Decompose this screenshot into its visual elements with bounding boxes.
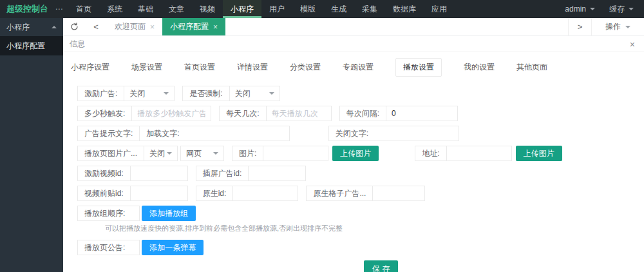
daily-times-input[interactable] — [267, 106, 331, 121]
native-id-label: 原生id: — [196, 186, 233, 200]
save-button[interactable]: 保 存 — [364, 260, 398, 272]
chevron-left-icon: < — [93, 22, 99, 32]
trigger-seconds-group: 多少秒触发: — [77, 106, 211, 121]
tab-miniprogram-settings[interactable]: 小程序设置 — [71, 59, 109, 76]
nav-item-template[interactable]: 模版 — [292, 0, 323, 18]
cache-label: 缓存 — [609, 4, 625, 15]
reward-video-id-label: 激励视频id: — [78, 166, 130, 180]
interstitial-id-field — [248, 166, 305, 180]
upload-image-button-2[interactable]: 上传图片 — [516, 146, 562, 161]
tab-play-settings[interactable]: 播放设置 — [395, 58, 442, 77]
nav-item-basic[interactable]: 基础 — [130, 0, 161, 18]
loading-text-field — [186, 126, 289, 141]
force-select[interactable]: 关闭 — [229, 86, 279, 101]
form-row-8: 播放页公告: 添加一条弹幕 — [77, 240, 644, 255]
nav-item-system[interactable]: 系统 — [99, 0, 130, 18]
play-page-image-ad-switch-select[interactable]: 关闭 — [144, 146, 177, 160]
close-text-input[interactable] — [375, 126, 459, 141]
tab-scene-settings[interactable]: 场景设置 — [131, 59, 162, 76]
reward-video-id-group: 激励视频id: — [77, 166, 188, 181]
image-group: 图片: — [232, 146, 328, 161]
tab-miniprogram-config[interactable]: 小程序配置 × — [162, 18, 225, 35]
incentive-ad-select[interactable]: 关闭 — [124, 86, 174, 101]
top-nav: 首页 系统 基础 文章 视频 小程序 用户 模版 生成 采集 数据库 应用 — [68, 0, 455, 18]
content-area: < 欢迎页面 × 小程序配置 × > 操作 — [63, 18, 644, 272]
loading-text-label: 加载文字: — [139, 126, 185, 141]
close-icon[interactable]: × — [630, 39, 635, 50]
daily-times-field — [266, 106, 331, 121]
info-panel: 信息 × 小程序设置 场景设置 首页设置 详情设置 分类设置 专题设置 播放设置… — [63, 36, 644, 272]
add-danmaku-button[interactable]: 添加一条弹幕 — [142, 240, 204, 255]
tab-home-settings[interactable]: 首页设置 — [184, 59, 215, 76]
native-grid-ad-group: 原生格子广告... — [306, 186, 425, 201]
trigger-seconds-input[interactable] — [132, 106, 211, 121]
more-icon[interactable]: ⋯ — [50, 0, 68, 18]
prev-tab-button[interactable]: < — [85, 18, 107, 35]
chevron-up-icon — [52, 26, 57, 28]
reward-video-id-input[interactable] — [131, 166, 187, 180]
tab-category-settings[interactable]: 分类设置 — [290, 59, 321, 76]
daily-times-label: 每天几次: — [220, 106, 265, 121]
cache-dropdown[interactable]: 缓存 — [609, 4, 634, 15]
interstitial-id-input[interactable] — [249, 166, 305, 180]
sidebar-group-miniprogram[interactable]: 小程序 — [0, 18, 63, 36]
daily-times-group: 每天几次: — [219, 106, 331, 121]
nav-item-database[interactable]: 数据库 — [385, 0, 424, 18]
native-id-input[interactable] — [233, 186, 298, 200]
loading-text-input[interactable] — [186, 126, 289, 141]
chevron-down-icon — [164, 92, 169, 95]
reward-video-id-field — [130, 166, 187, 180]
close-icon[interactable]: × — [213, 23, 218, 32]
tab-detail-settings[interactable]: 详情设置 — [237, 59, 268, 76]
trigger-seconds-field — [131, 106, 211, 121]
incentive-ad-group: 激励广告: 关闭 — [77, 86, 175, 101]
play-page-image-ad-group: 播放页图片广... 关闭 — [77, 146, 178, 161]
chevron-down-icon — [590, 8, 595, 10]
nav-item-collect[interactable]: 采集 — [354, 0, 385, 18]
nav-item-generate[interactable]: 生成 — [323, 0, 354, 18]
nav-item-home[interactable]: 首页 — [68, 0, 99, 18]
form-row-1: 激励广告: 关闭 是否强制: 关闭 — [77, 86, 644, 101]
chevron-down-icon — [625, 26, 630, 28]
ad-hint-text-group: 广告提示文字: 加载文字: — [77, 126, 290, 141]
add-play-group-button[interactable]: 添加播放组 — [142, 206, 196, 221]
interval-input[interactable] — [386, 106, 457, 121]
ad-type-select[interactable]: 网页 — [181, 146, 223, 160]
native-id-group: 原生id: — [196, 186, 299, 201]
nav-item-miniprogram[interactable]: 小程序 — [223, 0, 261, 18]
operation-dropdown[interactable]: 操作 — [591, 18, 644, 35]
sidebar-group-label: 小程序 — [6, 22, 30, 33]
topbar: 超级控制台 ⋯ 首页 系统 基础 文章 视频 小程序 用户 模版 生成 采集 数… — [0, 0, 644, 18]
next-tab-button[interactable]: > — [568, 18, 591, 35]
native-grid-ad-label: 原生格子广告... — [307, 186, 372, 200]
nav-item-article[interactable]: 文章 — [161, 0, 192, 18]
app-logo: 超级控制台 — [0, 0, 50, 18]
tab-welcome-page[interactable]: 欢迎页面 × — [107, 18, 162, 35]
image-input[interactable] — [263, 146, 328, 160]
tab-other-pages[interactable]: 其他页面 — [516, 59, 547, 76]
close-icon[interactable]: × — [150, 23, 155, 32]
nav-item-user[interactable]: 用户 — [261, 0, 292, 18]
form-row-4: 播放页图片广... 关闭 网页 图片: — [77, 146, 644, 161]
panel-title: 信息 — [70, 39, 85, 50]
play-group-order-hint: 可以把播放速度快的资源,排序到前必需包含全部播放源,否则出现排序不完整 — [105, 224, 644, 233]
interstitial-id-group: 插屏广告id: — [196, 166, 307, 181]
preroll-id-input[interactable] — [131, 186, 187, 200]
ad-type-select-group: 网页 — [180, 146, 224, 161]
tab-my-settings[interactable]: 我的设置 — [464, 59, 495, 76]
close-text-field — [375, 126, 459, 141]
tab-topic-settings[interactable]: 专题设置 — [343, 59, 374, 76]
nav-item-app[interactable]: 应用 — [424, 0, 455, 18]
refresh-button[interactable] — [63, 18, 85, 35]
form-row-2: 多少秒触发: 每天几次: 每次间隔: — [77, 106, 644, 121]
address-input[interactable] — [447, 146, 511, 160]
admin-dropdown[interactable]: admin — [565, 5, 595, 14]
native-grid-ad-input[interactable] — [373, 186, 424, 200]
tabstrip-right: > 操作 — [568, 18, 644, 35]
nav-item-video[interactable]: 视频 — [192, 0, 223, 18]
play-group-order-label: 播放组顺序: — [78, 206, 139, 220]
close-text-label: 关闭文字: — [329, 126, 375, 141]
sidebar-item-miniprogram-config[interactable]: 小程序配置 — [0, 36, 63, 55]
upload-image-button-1[interactable]: 上传图片 — [332, 146, 379, 161]
play-settings-form: 激励广告: 关闭 是否强制: 关闭 — [63, 82, 644, 272]
